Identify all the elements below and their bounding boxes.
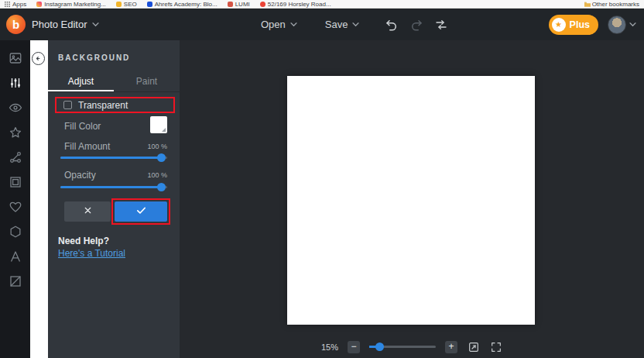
collapse-panel-button[interactable] <box>32 52 45 65</box>
need-help-title: Need Help? <box>58 236 109 246</box>
seo-favicon-icon <box>116 2 122 7</box>
bookmark-seo[interactable]: SEO <box>116 1 137 8</box>
instagram-favicon-icon <box>36 2 42 7</box>
slider-fill <box>60 157 163 159</box>
x-icon <box>83 205 93 219</box>
fill-color-label: Fill Color <box>64 121 101 132</box>
bookmark-horsley-road[interactable]: 52/169 Horsley Road... <box>260 1 331 8</box>
image-manager-icon[interactable] <box>9 51 22 65</box>
canvas[interactable] <box>287 76 535 325</box>
checkmark-icon <box>135 205 147 219</box>
app-title-menu[interactable]: Photo Editor <box>32 9 99 40</box>
lumi-favicon-icon <box>228 2 233 7</box>
bookmark-apps[interactable]: Apps <box>5 1 26 8</box>
tutorial-link[interactable]: Here's a Tutorial <box>58 248 125 259</box>
tab-paint[interactable]: Paint <box>114 71 180 91</box>
bookmark-label: LUMI <box>235 1 250 8</box>
folder-icon <box>584 2 590 7</box>
frames-icon[interactable] <box>9 175 22 189</box>
map-pin-favicon-icon <box>260 2 265 7</box>
text-tool-icon[interactable] <box>9 250 22 263</box>
transparent-checkbox[interactable] <box>63 101 72 109</box>
plus-label: Plus <box>570 19 590 30</box>
panel-gutter <box>30 40 48 358</box>
fill-amount-slider-handle[interactable] <box>157 153 166 162</box>
header-right: ★ Plus <box>549 9 636 40</box>
zoom-slider-handle[interactable] <box>375 343 384 351</box>
bookmarks-bar: Apps Instagram Marketing... SEO Ahrefs A… <box>0 0 644 9</box>
opacity-label: Opacity <box>64 170 96 181</box>
tab-adjust[interactable]: Adjust <box>48 71 114 91</box>
other-bookmarks-button[interactable]: Other bookmarks <box>584 1 639 8</box>
plus-upgrade-button[interactable]: ★ Plus <box>549 15 598 35</box>
app-header: b Photo Editor Open Save <box>0 9 644 40</box>
panel-title: BACKGROUND <box>58 53 130 62</box>
ahrefs-favicon-icon <box>147 2 152 7</box>
opacity-value: 100 % <box>147 171 167 179</box>
redo-button[interactable] <box>409 17 424 33</box>
star-icon: ★ <box>552 18 566 32</box>
background-panel: BACKGROUND Adjust Paint Transparent Fill… <box>48 40 180 358</box>
bookmark-lumi[interactable]: LUMI <box>228 1 250 8</box>
chevron-down-icon <box>352 22 359 27</box>
fit-to-screen-icon[interactable] <box>467 340 480 353</box>
graphics-nodes-icon[interactable] <box>9 150 22 164</box>
heart-overlays-icon[interactable] <box>9 200 22 214</box>
transparent-label: Transparent <box>78 100 128 111</box>
avatar <box>608 15 626 34</box>
panel-tabs: Adjust Paint <box>48 71 180 92</box>
apps-grid-icon <box>5 2 10 7</box>
workspace: 15% − + <box>180 40 644 358</box>
bookmark-ahrefs-academy[interactable]: Ahrefs Academy: Blo... <box>147 1 218 8</box>
save-menu[interactable]: Save <box>325 19 360 30</box>
save-label: Save <box>325 19 348 30</box>
opacity-slider[interactable] <box>60 183 167 191</box>
fill-color-swatch[interactable] <box>150 116 167 133</box>
logo-letter: b <box>12 18 19 31</box>
opacity-slider-handle[interactable] <box>157 183 166 191</box>
chevron-down-icon <box>92 22 99 27</box>
bookmark-label: 52/169 Horsley Road... <box>268 1 331 8</box>
open-menu[interactable]: Open <box>261 19 297 30</box>
undo-button[interactable] <box>384 17 399 33</box>
hexagon-shapes-icon[interactable] <box>9 225 22 239</box>
bookmark-label: Instagram Marketing... <box>44 1 106 8</box>
chevron-down-icon <box>290 22 297 27</box>
reset-loop-icon[interactable] <box>433 17 449 33</box>
befunky-photo-editor-screen: Apps Instagram Marketing... SEO Ahrefs A… <box>0 0 644 358</box>
fill-amount-value: 100 % <box>147 143 167 150</box>
apply-button[interactable] <box>115 201 167 222</box>
other-bookmarks-label: Other bookmarks <box>592 1 639 8</box>
account-menu[interactable] <box>608 15 636 34</box>
open-label: Open <box>261 19 286 30</box>
effects-eye-icon[interactable] <box>9 101 22 115</box>
zoom-level-label: 15% <box>321 343 338 352</box>
slider-fill <box>60 186 163 188</box>
tools-sidebar <box>0 40 30 358</box>
chevron-down-icon <box>629 22 636 27</box>
fullscreen-icon[interactable] <box>489 340 502 353</box>
bookmark-label: Ahrefs Academy: Blo... <box>155 1 218 8</box>
edit-sliders-icon[interactable] <box>9 76 22 90</box>
annotation-box-transparent: Transparent <box>55 97 175 113</box>
zoom-out-button[interactable]: − <box>348 341 360 353</box>
artsy-star-icon[interactable] <box>9 126 22 139</box>
befunky-logo[interactable]: b <box>6 15 26 34</box>
zoom-bar: 15% − + <box>180 340 644 353</box>
bookmark-instagram-marketing[interactable]: Instagram Marketing... <box>36 1 106 8</box>
fill-amount-label: Fill Amount <box>64 141 110 152</box>
zoom-slider[interactable] <box>369 343 436 351</box>
cancel-button[interactable] <box>64 201 111 222</box>
bookmark-label: SEO <box>124 1 137 8</box>
overlay-diagonal-icon[interactable] <box>9 274 22 288</box>
bookmark-label: Apps <box>12 1 26 8</box>
fill-amount-slider[interactable] <box>60 153 167 162</box>
zoom-in-button[interactable]: + <box>445 341 457 353</box>
header-tools: Open Save <box>261 9 449 40</box>
app-title-label: Photo Editor <box>32 19 87 30</box>
